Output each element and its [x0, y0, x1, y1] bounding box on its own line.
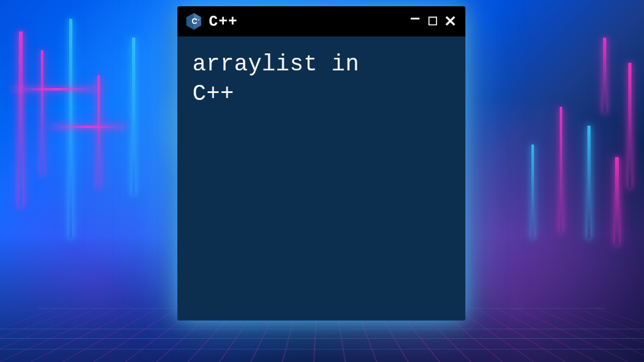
neon-line-decoration	[132, 38, 135, 195]
svg-text:+: +	[198, 18, 200, 21]
terminal-text: arraylist in C++	[192, 50, 450, 109]
window-title: C++	[209, 13, 401, 30]
neon-line-decoration	[628, 63, 631, 189]
window-controls: – ☐ ✕	[408, 13, 458, 30]
neon-line-decoration	[50, 126, 126, 128]
neon-line-decoration	[560, 107, 562, 233]
neon-line-decoration	[19, 31, 23, 207]
minimize-button[interactable]: –	[408, 9, 423, 26]
cpp-logo-icon: C + +	[185, 13, 203, 30]
window-titlebar[interactable]: C + + C++ – ☐ ✕	[177, 6, 465, 36]
neon-line-decoration	[13, 88, 101, 90]
neon-line-decoration	[531, 145, 534, 239]
neon-line-decoration	[69, 19, 72, 239]
maximize-button[interactable]: ☐	[425, 16, 440, 27]
neon-line-decoration	[615, 157, 619, 245]
close-button[interactable]: ✕	[443, 14, 458, 29]
neon-line-decoration	[603, 38, 606, 113]
neon-line-decoration	[587, 126, 591, 239]
terminal-window: C + + C++ – ☐ ✕ arraylist in C++	[177, 6, 465, 321]
neon-line-decoration	[97, 75, 100, 189]
neon-line-decoration	[41, 50, 43, 176]
window-body: arraylist in C++	[177, 36, 465, 321]
svg-text:+: +	[196, 18, 197, 21]
